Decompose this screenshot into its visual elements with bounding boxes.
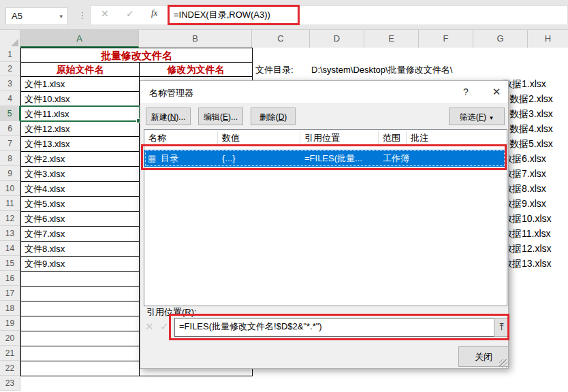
- close-icon[interactable]: ✕: [489, 86, 504, 99]
- row-header-11[interactable]: 11: [0, 196, 20, 211]
- cell-A11[interactable]: 文件5.xlsx: [20, 196, 140, 212]
- list-column-header-3[interactable]: 引用位置: [304, 130, 340, 146]
- cell-A17-empty[interactable]: [20, 286, 140, 301]
- cell-A12[interactable]: 文件6.xlsx: [20, 211, 140, 227]
- row-header-1[interactable]: 1: [0, 48, 20, 62]
- row-header-14[interactable]: 14: [0, 241, 20, 256]
- list-column-header-4[interactable]: 范围: [383, 130, 400, 146]
- row-header-20[interactable]: 20: [0, 331, 20, 346]
- cell-A18-empty[interactable]: [20, 301, 140, 316]
- right-file-cell-row9[interactable]: 数据7.xlsx: [503, 166, 546, 181]
- cell-A13[interactable]: 文件7.xlsx: [20, 226, 140, 242]
- resize-grip[interactable]: [499, 359, 507, 368]
- row-header-16[interactable]: 16: [0, 271, 20, 286]
- right-file-cell-row6[interactable]: 数据4.xlsx: [509, 121, 553, 136]
- cell-A3[interactable]: 文件1.xlsx: [20, 76, 140, 92]
- filter-button[interactable]: 筛选(F) ▼: [449, 108, 505, 125]
- cell-A9[interactable]: 文件3.xlsx: [20, 166, 140, 182]
- row-header-13[interactable]: 13: [0, 226, 20, 241]
- right-file-cell-row14[interactable]: 数据12.xlsx: [503, 241, 552, 256]
- right-file-cell-row15[interactable]: 数据13.xlsx: [503, 256, 552, 271]
- row-header-5[interactable]: 5: [0, 106, 20, 121]
- select-all-corner[interactable]: [0, 30, 20, 48]
- cell-A21-empty[interactable]: [20, 346, 140, 361]
- row-header-2[interactable]: 2: [0, 62, 20, 76]
- row-header-21[interactable]: 21: [0, 346, 20, 361]
- cell-A2-header[interactable]: 原始文件名: [20, 62, 140, 77]
- right-file-cell-row12[interactable]: 数据10.xlsx: [503, 211, 552, 226]
- refers-cell: =FILES(批量...: [304, 150, 362, 167]
- right-file-cell-row13[interactable]: 数据11.xlsx: [503, 226, 551, 241]
- cell-B2-header[interactable]: 修改为文件名: [139, 62, 253, 77]
- list-column-header-5[interactable]: 批注: [411, 130, 428, 146]
- cell-A8[interactable]: 文件2.xlsx: [20, 151, 140, 167]
- right-file-cell-row11[interactable]: 数据9.xlsx: [503, 196, 546, 211]
- collapse-dialog-icon[interactable]: ⤒: [494, 318, 509, 337]
- insert-function-icon[interactable]: fx: [151, 7, 157, 18]
- cell-A19-empty[interactable]: [20, 316, 140, 331]
- list-column-separator: [406, 131, 407, 144]
- column-header-F[interactable]: F: [419, 30, 473, 48]
- right-file-cell-row5[interactable]: 数据3.xlsx: [509, 106, 553, 121]
- row-header-18[interactable]: 18: [0, 301, 20, 316]
- formula-bar[interactable]: [91, 5, 568, 25]
- cancel-icon[interactable]: ✕: [101, 8, 109, 19]
- scope-cell: 工作簿: [383, 150, 409, 167]
- row-header-23[interactable]: 23: [0, 376, 20, 391]
- dialog-titlebar[interactable]: 名称管理器: [140, 81, 508, 103]
- column-header-A[interactable]: A: [20, 30, 139, 48]
- row-header-4[interactable]: 4: [0, 91, 20, 106]
- right-file-cell-row8[interactable]: 数据6.xlsx: [503, 151, 546, 166]
- column-header-E[interactable]: E: [364, 30, 419, 48]
- row-header-19[interactable]: 19: [0, 316, 20, 331]
- cell-A14[interactable]: 文件8.xlsx: [20, 241, 140, 257]
- cell-D2-dir-path[interactable]: D:\system\Desktop\批量修改文件名\: [311, 63, 452, 77]
- enter-icon[interactable]: ✓: [126, 8, 134, 19]
- cell-A7[interactable]: 文件13.xlsx: [20, 136, 140, 152]
- row-header-3[interactable]: 3: [0, 76, 20, 91]
- row-header-15[interactable]: 15: [0, 256, 20, 271]
- name-row-selected[interactable]: ▦ 目录 {...} =FILES(批量... 工作簿: [144, 150, 505, 167]
- column-header-G[interactable]: G: [473, 30, 528, 48]
- row-header-12[interactable]: 12: [0, 211, 20, 226]
- row-header-7[interactable]: 7: [0, 136, 20, 151]
- row-header-17[interactable]: 17: [0, 286, 20, 301]
- new-button[interactable]: 新建(N)...: [146, 108, 191, 125]
- column-header-H[interactable]: H: [528, 30, 568, 48]
- cell-A10[interactable]: 文件4.xlsx: [20, 181, 140, 197]
- dots-separator-icon: ⋮: [78, 7, 87, 25]
- right-file-cell-row10[interactable]: 数据8.xlsx: [503, 181, 546, 196]
- name-box[interactable]: A5 ▾: [5, 7, 68, 25]
- cell-A6[interactable]: 文件12.xlsx: [20, 121, 140, 137]
- refers-to-input[interactable]: =FILES(批量修改文件名!$D$2&"*.*"): [174, 318, 499, 337]
- row-header-6[interactable]: 6: [0, 121, 20, 136]
- list-column-header-1[interactable]: 名称: [148, 130, 166, 146]
- formula-text[interactable]: =INDEX(目录,ROW(A3)): [174, 9, 270, 21]
- right-file-cell-row4[interactable]: 数据2.xlsx: [509, 91, 553, 106]
- row-header-22[interactable]: 22: [0, 361, 20, 376]
- cell-A16-empty[interactable]: [20, 271, 140, 287]
- list-header-divider: [144, 146, 507, 146]
- column-header-B[interactable]: B: [139, 30, 252, 48]
- right-file-cell-row7[interactable]: 数据5.xlsx: [509, 136, 553, 151]
- help-icon[interactable]: ?: [459, 86, 473, 99]
- delete-button[interactable]: 删除(D): [251, 108, 296, 125]
- row-header-8[interactable]: 8: [0, 151, 20, 166]
- row-header-9[interactable]: 9: [0, 166, 20, 181]
- list-column-header-2[interactable]: 数值: [222, 130, 240, 146]
- edit-button[interactable]: 编辑(E)...: [198, 108, 243, 125]
- cell-A15[interactable]: 文件9.xlsx: [20, 256, 140, 272]
- right-file-cell-row3[interactable]: 数据1.xlsx: [503, 76, 546, 91]
- names-list[interactable]: 名称数值引用位置范围批注 ▦ 目录 {...} =FILES(批量... 工作簿: [144, 129, 507, 306]
- cell-A22-empty[interactable]: [20, 361, 140, 376]
- column-header-C[interactable]: C: [252, 30, 310, 48]
- name-box-dropdown-icon[interactable]: ▾: [59, 8, 63, 24]
- cell-C2-dir-label[interactable]: 文件目录:: [255, 63, 294, 77]
- cell-A1-title[interactable]: 批量修改文件名: [20, 48, 253, 63]
- cell-A4[interactable]: 文件10.xlsx: [20, 91, 140, 107]
- row-header-10[interactable]: 10: [0, 181, 20, 196]
- cell-A20-empty[interactable]: [20, 331, 140, 346]
- refers-to-label: 引用位置(R):: [146, 306, 197, 318]
- value-cell: {...}: [222, 150, 236, 167]
- column-header-D[interactable]: D: [310, 30, 364, 48]
